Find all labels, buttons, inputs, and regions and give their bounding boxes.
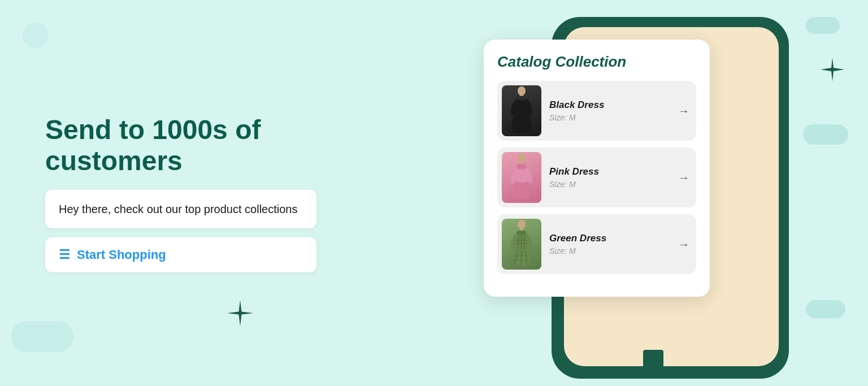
product-image-black-dress <box>502 85 541 136</box>
product-item-pink-dress[interactable]: Pink Dress Size: M → <box>497 148 696 207</box>
catalog-title: Catalog Collection <box>497 53 696 71</box>
sparkle-bottom-left <box>226 299 254 329</box>
product-item-black-dress[interactable]: Black Dress Size: M → <box>497 81 696 141</box>
svg-line-7 <box>521 235 522 250</box>
main-heading: Send to 1000s of customers <box>45 114 316 176</box>
sparkle-top-right <box>819 57 845 85</box>
bubble-top-right <box>806 17 840 34</box>
product-info-black-dress: Black Dress Size: M <box>549 99 670 122</box>
message-text: Hey there, check out our top product col… <box>59 201 303 217</box>
bubble-bottom-right <box>806 300 845 318</box>
message-card: Hey there, check out our top product col… <box>45 190 316 228</box>
product-info-pink-dress: Pink Dress Size: M <box>549 166 670 189</box>
product-item-green-dress[interactable]: Green Dress Size: M → <box>497 214 696 274</box>
bottom-green-square <box>643 350 663 370</box>
right-decorations <box>783 0 851 386</box>
product-size-pink-dress: Size: M <box>549 180 670 189</box>
product-size-green-dress: Size: M <box>549 246 670 255</box>
product-arrow-black-dress: → <box>678 105 689 118</box>
catalog-card: Catalog Collection <box>484 40 710 297</box>
bubble-mid-right <box>803 124 848 145</box>
product-arrow-green-dress: → <box>678 238 689 251</box>
product-name-green-dress: Green Dress <box>549 233 670 244</box>
menu-icon: ☰ <box>59 248 70 262</box>
product-size-black-dress: Size: M <box>549 113 670 122</box>
cta-card[interactable]: ☰ Start Shopping <box>45 237 316 272</box>
product-arrow-pink-dress: → <box>678 171 689 184</box>
product-info-green-dress: Green Dress Size: M <box>549 233 670 255</box>
svg-point-2 <box>518 153 526 162</box>
svg-point-4 <box>518 220 526 229</box>
svg-point-0 <box>518 86 526 96</box>
phone-area: Catalog Collection <box>518 17 789 369</box>
cta-text: Start Shopping <box>77 248 166 262</box>
product-image-green-dress <box>502 219 541 270</box>
product-image-pink-dress <box>502 152 541 203</box>
product-name-black-dress: Black Dress <box>549 99 670 111</box>
product-name-pink-dress: Pink Dress <box>549 166 670 177</box>
